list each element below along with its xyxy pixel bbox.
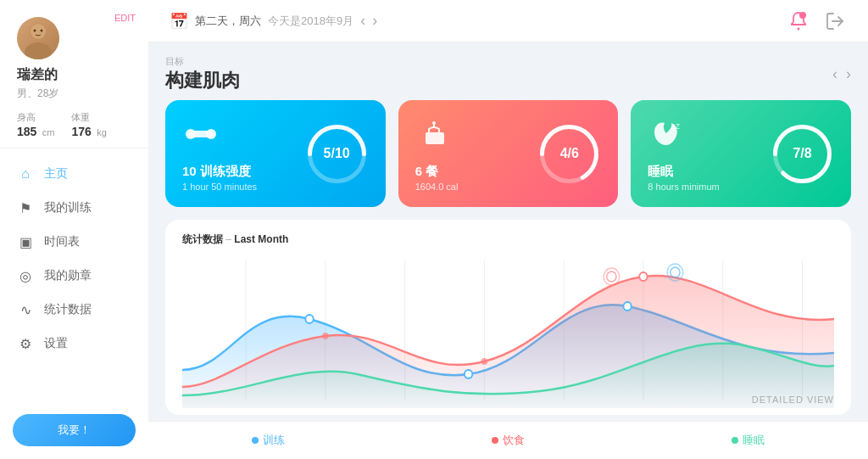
card-circle-sleep: 7/8 — [771, 122, 834, 186]
sidebar-item-training[interactable]: ⚑ 我的训练 — [0, 191, 148, 225]
svg-point-34 — [481, 358, 488, 365]
nav-label-home: 主页 — [44, 166, 68, 182]
card-left-sleep: zZ 睡眠 8 hours minimum — [648, 115, 719, 192]
profile-top: EDIT — [17, 17, 131, 59]
sidebar-bottom: 我要！ — [0, 414, 148, 459]
card-icon-training — [182, 115, 257, 160]
sidebar-item-stats[interactable]: ∿ 统计数据 — [0, 293, 148, 327]
tab-label-training: 训练 — [263, 433, 285, 448]
nav-label-medals: 我的勋章 — [44, 268, 92, 283]
card-icon-sleep: zZ — [648, 115, 719, 160]
height-unit: cm — [42, 127, 55, 137]
nav-label-settings: 设置 — [44, 336, 68, 351]
weight-label: 体重 — [71, 111, 106, 124]
edit-button[interactable]: EDIT — [114, 13, 136, 23]
chart-section: 统计数据 – Last Month — [165, 220, 851, 415]
prev-arrow[interactable]: ‹ — [360, 12, 365, 30]
header-date: 今天是2018年9月 — [268, 14, 353, 29]
svg-point-9 — [186, 129, 196, 139]
sidebar-nav: ⌂ 主页 ⚑ 我的训练 ▣ 时间表 ◎ 我的勋章 ∿ 统计数据 ⚙ 设置 — [0, 148, 148, 414]
tab-dot-sleep — [732, 437, 738, 444]
svg-point-6 — [799, 12, 806, 19]
card-meal: 6 餐 1604.0 cal 4/6 — [398, 100, 619, 207]
nav-icon-home: ⌂ — [17, 165, 34, 182]
sidebar-item-home[interactable]: ⌂ 主页 — [0, 157, 148, 191]
card-training: 10 训练强度 1 hour 50 minutes 5/10 — [165, 100, 386, 207]
svg-point-5 — [798, 27, 800, 30]
nav-icon-settings: ⚙ — [17, 335, 34, 352]
tab-dot-training — [252, 437, 259, 444]
height-label: 身高 — [17, 111, 54, 124]
nav-icon-schedule: ▣ — [17, 233, 34, 250]
bottom-tab-meal[interactable]: 饮食 — [388, 422, 628, 459]
goal-nav[interactable]: ‹ › — [832, 65, 851, 83]
chart-svg — [182, 251, 834, 408]
card-subtitle-training: 1 hour 50 minutes — [182, 182, 257, 192]
card-circle-training: 5/10 — [305, 122, 369, 186]
card-left-meal: 6 餐 1604.0 cal — [415, 115, 459, 192]
weight-value: 176 — [71, 125, 91, 138]
circle-text-meal: 4/6 — [560, 146, 579, 161]
card-title-training: 10 训练强度 — [182, 164, 257, 180]
height-value: 185 — [17, 125, 36, 138]
card-circle-meal: 4/6 — [537, 122, 601, 186]
date-nav[interactable]: ‹ › — [360, 12, 377, 30]
sidebar-item-settings[interactable]: ⚙ 设置 — [0, 327, 148, 361]
sidebar-item-medals[interactable]: ◎ 我的勋章 — [0, 259, 148, 293]
bottom-tab-training[interactable]: 训练 — [148, 422, 388, 459]
profile-stats: 身高 185 cm 体重 176 kg — [17, 111, 131, 139]
card-title-meal: 6 餐 — [415, 164, 459, 180]
sidebar: EDIT 瑞差的 男、28岁 身高 185 cm 体重 176 kg ⌂ — [0, 0, 148, 459]
bottom-tab-sleep[interactable]: 睡眠 — [628, 422, 868, 459]
nav-label-schedule: 时间表 — [44, 234, 80, 249]
height-stat: 身高 185 cm — [17, 111, 54, 139]
nav-label-stats: 统计数据 — [44, 302, 92, 317]
svg-point-10 — [206, 129, 216, 139]
sidebar-item-schedule[interactable]: ▣ 时间表 — [0, 225, 148, 259]
main-content: 📅 第二天，周六 今天是2018年9月 ‹ › — [148, 0, 868, 459]
svg-point-3 — [34, 30, 36, 32]
svg-point-31 — [465, 370, 472, 378]
svg-point-38 — [670, 267, 680, 277]
card-icon-meal — [415, 115, 459, 160]
goal-label: 目标 — [165, 55, 240, 68]
card-sleep: zZ 睡眠 8 hours minimum 7/8 — [631, 100, 851, 207]
goal-next-arrow[interactable]: › — [846, 65, 851, 83]
card-subtitle-sleep: 8 hours minimum — [648, 182, 719, 192]
profile-gender-age: 男、28岁 — [17, 87, 58, 101]
svg-point-4 — [41, 30, 43, 32]
content-area: 目标 构建肌肉 ‹ › 10 训练强度 1 hour 50 minutes — [148, 42, 868, 421]
svg-point-30 — [623, 302, 631, 311]
svg-point-36 — [607, 271, 616, 282]
calendar-icon: 📅 — [170, 12, 188, 31]
nav-label-training: 我的训练 — [44, 200, 92, 216]
circle-text-training: 5/10 — [324, 146, 350, 161]
bottom-tabs: 训练 饮食 睡眠 — [148, 421, 868, 459]
avatar — [17, 17, 59, 59]
weight-unit: kg — [97, 127, 107, 137]
nav-icon-medals: ◎ — [17, 267, 34, 284]
svg-point-15 — [432, 121, 436, 125]
chart-container — [182, 251, 834, 408]
tab-label-meal: 饮食 — [503, 433, 525, 448]
card-subtitle-meal: 1604.0 cal — [415, 182, 459, 192]
cards-row: 10 训练强度 1 hour 50 minutes 5/10 6 餐 1604.… — [165, 100, 851, 207]
svg-point-1 — [25, 42, 52, 59]
cta-button[interactable]: 我要！ — [13, 414, 136, 446]
svg-text:zZ: zZ — [671, 122, 681, 131]
header: 📅 第二天，周六 今天是2018年9月 ‹ › — [148, 0, 868, 42]
logout-icon[interactable] — [823, 9, 847, 33]
goal-prev-arrow[interactable]: ‹ — [832, 65, 837, 83]
next-arrow[interactable]: › — [372, 12, 377, 30]
weight-stat: 体重 176 kg — [71, 111, 106, 139]
svg-point-2 — [31, 24, 46, 39]
circle-text-sleep: 7/8 — [793, 146, 811, 161]
detail-link[interactable]: DETAILED VIEW — [752, 395, 834, 405]
svg-point-29 — [305, 315, 313, 323]
goal-header: 目标 构建肌肉 ‹ › — [165, 55, 851, 93]
header-icons — [787, 9, 847, 33]
header-day: 第二天，周六 — [195, 14, 261, 29]
card-title-sleep: 睡眠 — [648, 164, 719, 180]
profile-section: EDIT 瑞差的 男、28岁 身高 185 cm 体重 176 kg — [0, 0, 148, 148]
notification-icon[interactable] — [787, 9, 810, 33]
